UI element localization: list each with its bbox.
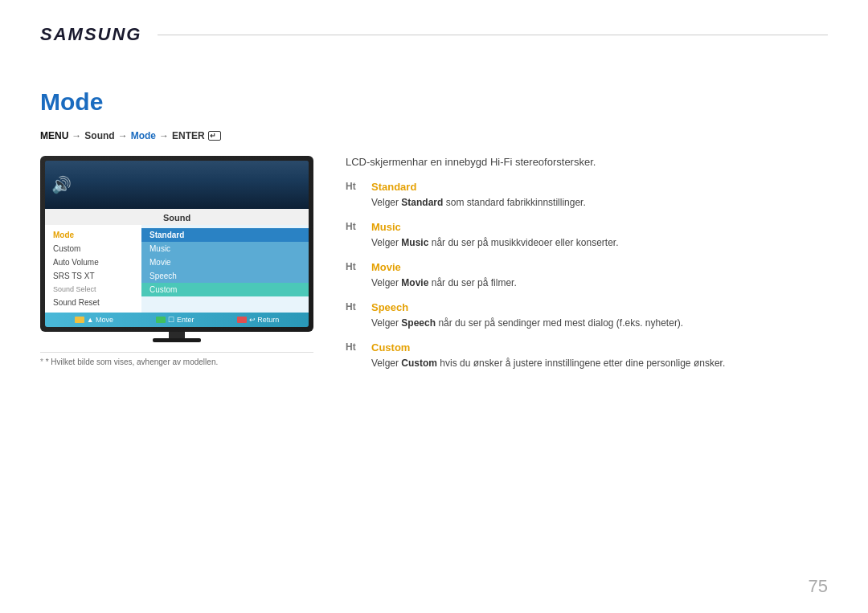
- tv-stand: [40, 332, 313, 342]
- menu-item-auto-volume[interactable]: Auto Volume: [45, 255, 141, 269]
- breadcrumb: MENU → Sound → Mode → ENTER: [40, 130, 828, 141]
- speaker-icon: 🔊: [51, 175, 72, 194]
- menu-item-sound-select[interactable]: Sound Select: [45, 283, 141, 296]
- menu-item-custom[interactable]: Custom: [45, 242, 141, 255]
- highlight-movie: Movie: [401, 277, 428, 288]
- ht-speech: Ht: [346, 301, 362, 313]
- submenu-speech[interactable]: Speech: [141, 269, 309, 283]
- page-number: 75: [809, 576, 828, 597]
- two-column-layout: 🔊 Sound Mode Custom Auto Volume SRS TS X…: [40, 156, 828, 382]
- option-details-speech: Speech Velger Speech når du ser på sendi…: [371, 301, 828, 330]
- logo-text: SAMSUNG: [40, 24, 141, 45]
- highlight-music: Music: [401, 237, 428, 248]
- tv-mockup: 🔊 Sound Mode Custom Auto Volume SRS TS X…: [40, 156, 313, 342]
- header: SAMSUNG: [40, 24, 828, 45]
- sound-menu-title: Sound: [45, 209, 309, 225]
- arrow-3: →: [159, 130, 169, 141]
- submenu-movie[interactable]: Movie: [141, 255, 309, 269]
- ht-movie: Ht: [346, 261, 362, 272]
- highlight-speech: Speech: [401, 317, 436, 329]
- submenu-custom[interactable]: Custom: [141, 283, 309, 296]
- page-title: Mode: [40, 88, 828, 116]
- footnote-text: * Hvilket bilde som vises, avhenger av m…: [46, 358, 219, 366]
- option-details-custom: Custom Velger Custom hvis du ønsker å ju…: [371, 341, 828, 370]
- left-column: 🔊 Sound Mode Custom Auto Volume SRS TS X…: [40, 156, 313, 366]
- menu-left-col: Mode Custom Auto Volume SRS TS XT Sound …: [45, 225, 141, 313]
- tv-bottom-bar: ▲ Move ☐ Enter ↩ Return: [45, 313, 309, 327]
- header-divider: [158, 35, 828, 35]
- menu-right-col: Standard Music Movie Speech Custom: [141, 225, 309, 313]
- option-name-music: Music: [371, 221, 828, 233]
- option-standard: Ht Standard Velger Standard som standard…: [346, 181, 828, 210]
- highlight-custom: Custom: [401, 358, 437, 369]
- tv-nav-move: ▲ Move: [75, 316, 113, 324]
- option-details-music: Music Velger Music når du ser på musikkv…: [371, 221, 828, 250]
- nav-sound: Sound: [84, 130, 114, 141]
- option-name-movie: Movie: [371, 261, 828, 273]
- enter-icon: [208, 131, 221, 141]
- sound-menu-content: Mode Custom Auto Volume SRS TS XT Sound …: [45, 225, 309, 313]
- tv-image-area: 🔊: [45, 161, 309, 209]
- menu-label: MENU: [40, 130, 68, 141]
- option-name-speech: Speech: [371, 301, 828, 313]
- option-details-movie: Movie Velger Movie når du ser på filmer.: [371, 261, 828, 290]
- tv-body: 🔊 Sound Mode Custom Auto Volume SRS TS X…: [40, 156, 313, 332]
- submenu-standard[interactable]: Standard: [141, 228, 309, 242]
- tv-stand-neck: [169, 332, 185, 338]
- option-details-standard: Standard Velger Standard som standard fa…: [371, 181, 828, 210]
- option-speech: Ht Speech Velger Speech når du ser på se…: [346, 301, 828, 330]
- menu-item-sound-reset[interactable]: Sound Reset: [45, 296, 141, 309]
- option-custom: Ht Custom Velger Custom hvis du ønsker å…: [346, 341, 828, 370]
- option-desc-standard: Velger Standard som standard fabrikkinns…: [371, 195, 828, 210]
- submenu-music[interactable]: Music: [141, 242, 309, 255]
- nav-mode: Mode: [131, 130, 156, 141]
- option-desc-movie: Velger Movie når du ser på filmer.: [371, 276, 828, 290]
- option-name-standard: Standard: [371, 181, 828, 193]
- intro-text: LCD-skjermenhar en innebygd Hi-Fi stereo…: [346, 156, 828, 168]
- logo-area: SAMSUNG: [40, 24, 141, 45]
- option-music: Ht Music Velger Music når du ser på musi…: [346, 221, 828, 250]
- arrow-1: →: [72, 130, 81, 141]
- main-content: Mode MENU → Sound → Mode → ENTER 🔊: [40, 88, 828, 581]
- option-desc-music: Velger Music når du ser på musikkvideoer…: [371, 235, 828, 250]
- ht-standard: Ht: [346, 181, 362, 192]
- tv-stand-base: [153, 338, 201, 342]
- right-column: LCD-skjermenhar en innebygd Hi-Fi stereo…: [346, 156, 828, 382]
- menu-item-mode[interactable]: Mode: [45, 228, 141, 242]
- option-movie: Ht Movie Velger Movie når du ser på film…: [346, 261, 828, 290]
- arrow-2: →: [118, 130, 128, 141]
- green-icon: [156, 317, 166, 323]
- tv-screen: 🔊 Sound Mode Custom Auto Volume SRS TS X…: [45, 161, 309, 327]
- nav-enter: ENTER: [172, 130, 221, 141]
- option-desc-custom: Velger Custom hvis du ønsker å justere i…: [371, 356, 828, 370]
- option-name-custom: Custom: [371, 341, 828, 353]
- highlight-standard: Standard: [401, 197, 443, 208]
- ht-custom: Ht: [346, 341, 362, 353]
- yellow-icon: [75, 317, 84, 323]
- option-desc-speech: Velger Speech når du ser på sendinger me…: [371, 316, 828, 330]
- tv-nav-return: ↩ Return: [237, 316, 280, 324]
- sound-menu: Sound Mode Custom Auto Volume SRS TS XT …: [45, 209, 309, 313]
- footnote: * * Hvilket bilde som vises, avhenger av…: [40, 352, 313, 366]
- tv-nav-enter: ☐ Enter: [156, 316, 194, 324]
- ht-music: Ht: [346, 221, 362, 232]
- menu-item-srs[interactable]: SRS TS XT: [45, 269, 141, 283]
- red-icon: [237, 317, 247, 323]
